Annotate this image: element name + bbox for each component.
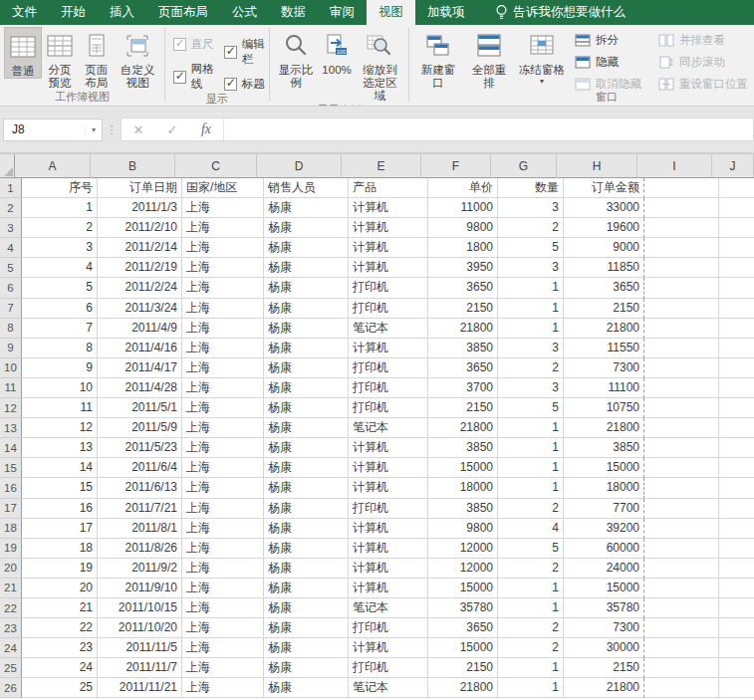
cell-H16[interactable]: 18000 xyxy=(564,478,644,498)
gridlines-checkbox-box[interactable]: ✓ xyxy=(173,71,186,84)
cell-A1[interactable]: 序号 xyxy=(22,178,98,198)
cell-C25[interactable]: 上海 xyxy=(182,658,264,678)
cell-C16[interactable]: 上海 xyxy=(182,478,264,498)
cell-C6[interactable]: 上海 xyxy=(182,278,264,298)
cell-C18[interactable]: 上海 xyxy=(182,519,264,539)
column-header-C[interactable]: C xyxy=(175,154,257,178)
row-header-22[interactable]: 22 xyxy=(0,598,22,618)
cell-G23[interactable]: 2 xyxy=(498,618,564,638)
cell-G5[interactable]: 3 xyxy=(498,258,564,278)
column-header-H[interactable]: H xyxy=(557,154,637,178)
column-header-E[interactable]: E xyxy=(342,154,421,178)
cell-B13[interactable]: 2011/5/9 xyxy=(98,418,182,438)
cell-A13[interactable]: 12 xyxy=(22,418,98,438)
arrange-all-button[interactable]: 全部重排 xyxy=(463,27,515,90)
cell-C4[interactable]: 上海 xyxy=(182,238,264,258)
cell-B23[interactable]: 2011/10/20 xyxy=(98,618,182,638)
ribbon-tab-加载项[interactable]: 加载项 xyxy=(415,0,477,25)
cell-A12[interactable]: 11 xyxy=(22,398,98,418)
cell-E7[interactable]: 打印机 xyxy=(349,299,428,319)
cell-E23[interactable]: 打印机 xyxy=(349,618,428,638)
cell-D24[interactable]: 杨康 xyxy=(264,638,349,658)
cell-C11[interactable]: 上海 xyxy=(182,378,264,398)
cell-B7[interactable]: 2011/3/24 xyxy=(98,299,182,319)
cell-A16[interactable]: 15 xyxy=(22,478,98,498)
cell-H10[interactable]: 7300 xyxy=(564,358,644,378)
row-header-4[interactable]: 4 xyxy=(0,238,22,258)
custom-views-button[interactable]: 自定义视图 xyxy=(116,27,160,90)
zoom-100-button[interactable]: 100 100% xyxy=(318,27,355,77)
cell-D16[interactable]: 杨康 xyxy=(264,478,349,498)
cell-D10[interactable]: 杨康 xyxy=(264,358,349,378)
cell-B10[interactable]: 2011/4/17 xyxy=(98,358,182,378)
cell-H11[interactable]: 11100 xyxy=(564,378,644,398)
cell-F22[interactable]: 35780 xyxy=(428,598,498,618)
name-box-dropdown-caret[interactable]: ▾ xyxy=(85,125,102,134)
cell-E3[interactable]: 计算机 xyxy=(349,218,428,238)
cell-A19[interactable]: 18 xyxy=(22,539,98,559)
cell-B4[interactable]: 2011/2/14 xyxy=(98,238,182,258)
cell-E8[interactable]: 笔记本 xyxy=(349,319,428,339)
cell-J10[interactable] xyxy=(719,358,754,378)
cell-D18[interactable]: 杨康 xyxy=(264,519,349,539)
row-header-6[interactable]: 6 xyxy=(0,278,22,298)
cell-H7[interactable]: 2150 xyxy=(564,299,644,319)
cell-A4[interactable]: 3 xyxy=(22,238,98,258)
ribbon-tab-插入[interactable]: 插入 xyxy=(98,0,146,25)
cell-J16[interactable] xyxy=(719,478,754,498)
cell-G4[interactable]: 5 xyxy=(498,238,564,258)
cell-C8[interactable]: 上海 xyxy=(182,319,264,339)
cell-I11[interactable] xyxy=(644,378,719,398)
cell-B24[interactable]: 2011/11/5 xyxy=(98,638,182,658)
cell-A25[interactable]: 24 xyxy=(22,658,98,678)
cell-D8[interactable]: 杨康 xyxy=(264,319,349,339)
cell-E20[interactable]: 计算机 xyxy=(349,559,428,579)
cell-B19[interactable]: 2011/8/26 xyxy=(98,539,182,559)
cell-H5[interactable]: 11850 xyxy=(564,258,644,278)
row-header-15[interactable]: 15 xyxy=(0,458,22,478)
cell-G6[interactable]: 1 xyxy=(498,278,564,298)
cell-F6[interactable]: 3650 xyxy=(428,278,498,298)
cell-E5[interactable]: 计算机 xyxy=(349,258,428,278)
cell-C10[interactable]: 上海 xyxy=(182,358,264,378)
gridlines-checkbox[interactable]: ✓ 网格线 xyxy=(173,62,214,92)
cell-C15[interactable]: 上海 xyxy=(182,458,264,478)
cell-D11[interactable]: 杨康 xyxy=(264,378,349,398)
cell-D2[interactable]: 杨康 xyxy=(264,198,349,218)
cell-I16[interactable] xyxy=(644,478,719,498)
cell-J19[interactable] xyxy=(719,539,754,559)
row-header-13[interactable]: 13 xyxy=(0,418,22,438)
cell-I10[interactable] xyxy=(644,358,719,378)
cell-G14[interactable]: 1 xyxy=(498,438,564,458)
formula-bar-checkbox[interactable]: ✓ 编辑栏 xyxy=(224,37,265,67)
row-header-21[interactable]: 21 xyxy=(0,579,22,598)
cell-H15[interactable]: 15000 xyxy=(564,458,644,478)
cell-D20[interactable]: 杨康 xyxy=(264,559,349,579)
tell-me-box[interactable]: 告诉我你想要做什么 xyxy=(495,0,627,25)
cell-J4[interactable] xyxy=(719,238,754,258)
cell-B15[interactable]: 2011/6/4 xyxy=(98,458,182,478)
cell-G26[interactable]: 1 xyxy=(498,678,564,698)
cell-C2[interactable]: 上海 xyxy=(182,198,264,218)
cell-B16[interactable]: 2011/6/13 xyxy=(98,478,182,498)
cell-J8[interactable] xyxy=(719,319,754,339)
cell-B14[interactable]: 2011/5/23 xyxy=(98,438,182,458)
cell-H23[interactable]: 7300 xyxy=(564,618,644,638)
page-layout-button[interactable]: 页面布局 xyxy=(78,27,116,90)
cell-F20[interactable]: 12000 xyxy=(428,559,498,579)
cell-F4[interactable]: 1800 xyxy=(428,238,498,258)
cell-A2[interactable]: 1 xyxy=(22,198,98,218)
cell-F8[interactable]: 21800 xyxy=(428,319,498,339)
cell-J14[interactable] xyxy=(719,438,754,458)
cell-J12[interactable] xyxy=(719,398,754,418)
cell-E1[interactable]: 产品 xyxy=(349,178,428,198)
cell-D25[interactable]: 杨康 xyxy=(264,658,349,678)
cell-B11[interactable]: 2011/4/28 xyxy=(98,378,182,398)
cell-G15[interactable]: 1 xyxy=(498,458,564,478)
cell-F5[interactable]: 3950 xyxy=(428,258,498,278)
headings-checkbox[interactable]: ✓ 标题 xyxy=(224,77,265,92)
row-header-26[interactable]: 26 xyxy=(0,678,22,698)
cell-B2[interactable]: 2011/1/3 xyxy=(98,198,182,218)
cell-A22[interactable]: 21 xyxy=(22,598,98,618)
cell-I4[interactable] xyxy=(644,238,719,258)
